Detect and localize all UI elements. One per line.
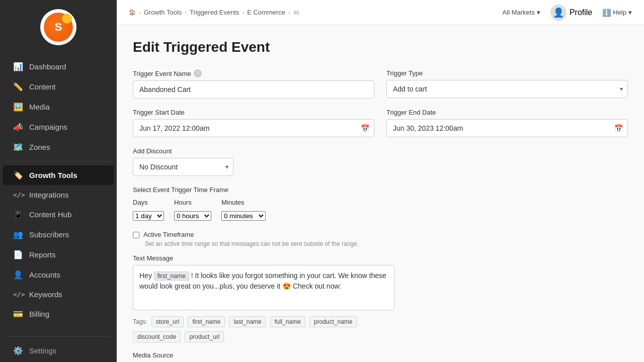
help-icon[interactable]: ? (194, 69, 202, 77)
breadcrumb-separator: › (185, 10, 187, 16)
sidebar-item-label: Reports (29, 250, 56, 259)
tag-product-url[interactable]: product_url (185, 331, 224, 342)
sidebar-bottom: ⚙️ Settings (0, 328, 117, 362)
tag-first-name[interactable]: first_name (188, 316, 225, 327)
header: 🏠 › Growth Tools › Triggered Events › E … (117, 0, 644, 25)
form-row-trigger: Trigger Event Name ? Trigger Type Add to… (133, 69, 628, 99)
text-message-box[interactable]: Hey first_name ! It looks like you forgo… (133, 265, 394, 310)
sidebar-item-label: Zones (29, 143, 50, 151)
breadcrumb-id: 46 (293, 10, 299, 16)
main-content: 🏠 › Growth Tools › Triggered Events › E … (117, 0, 644, 362)
breadcrumb-separator: › (139, 10, 141, 16)
sidebar-item-label: Keywords (29, 290, 62, 299)
logo-sun-icon (62, 14, 72, 24)
dashboard-icon: 📊 (13, 62, 23, 71)
add-discount-group: Add Discount No Discount 10% Off 20% Off… (133, 147, 628, 176)
sidebar-item-reports[interactable]: 📄 Reports (3, 245, 114, 264)
sidebar-item-billing[interactable]: 💳 Billing (3, 304, 114, 324)
start-date-wrapper: 📅 (133, 119, 374, 137)
minutes-select[interactable]: 0 minutes 15 minutes 30 minutes 45 minut… (221, 211, 266, 221)
calendar-icon: 📅 (361, 124, 369, 132)
sidebar-item-zones[interactable]: 🗺️ Zones (3, 137, 114, 157)
sidebar-item-content-hub[interactable]: 📱 Content Hub (3, 205, 114, 224)
days-label: Days (133, 199, 164, 206)
header-right: All Markets ▾ 👤 Profile ℹ️ Help ▾ (503, 5, 632, 21)
breadcrumb-ecommerce[interactable]: E Commerce (247, 9, 285, 16)
days-select[interactable]: 1 day 2 days 3 days 7 days (133, 211, 164, 221)
sidebar-item-settings[interactable]: ⚙️ Settings (3, 341, 114, 360)
profile-area[interactable]: 👤 Profile (550, 5, 592, 21)
first-name-tag-inline: first_name (154, 272, 189, 281)
tag-product-name[interactable]: product_name (309, 316, 357, 327)
sidebar-item-campaigns[interactable]: 📣 Campaigns (3, 117, 114, 137)
sidebar-item-label: Media (29, 103, 50, 111)
hours-select[interactable]: 0 hours 1 hour 2 hours 6 hours 12 hours (174, 211, 211, 221)
sidebar-navigation: 📊 Dashboard ✏️ Content 🖼️ Media 📣 Campai… (0, 52, 117, 328)
trigger-end-date-group: Trigger End Date 📅 (386, 109, 628, 137)
sidebar-item-dashboard[interactable]: 📊 Dashboard (3, 57, 114, 76)
accounts-icon: 👤 (13, 270, 23, 280)
logo-text: S (55, 21, 62, 34)
trigger-end-date-input[interactable] (386, 119, 628, 137)
sidebar-item-label: Content (29, 82, 56, 91)
logo-circle: S (40, 9, 76, 45)
minutes-label: Minutes (221, 199, 266, 206)
sidebar-item-subscribers[interactable]: 👥 Subscribers (3, 225, 114, 244)
home-icon[interactable]: 🏠 (129, 9, 136, 16)
minutes-select-wrapper: 0 minutes 15 minutes 30 minutes 45 minut… (221, 211, 266, 221)
days-group: Days 1 day 2 days 3 days 7 days ▾ (133, 199, 164, 221)
tag-full-name[interactable]: full_name (270, 316, 305, 327)
text-message-label: Text Message (133, 254, 628, 262)
sidebar-item-content[interactable]: ✏️ Content (3, 77, 114, 97)
add-discount-label: Add Discount (133, 147, 628, 155)
sidebar-item-label: Integrations (29, 191, 68, 199)
breadcrumb: 🏠 › Growth Tools › Triggered Events › E … (129, 9, 299, 16)
media-source-section: Media Source Upload image URL Library ▾ (133, 351, 628, 362)
help-circle-icon: ℹ️ (602, 9, 611, 17)
sidebar-item-media[interactable]: 🖼️ Media (3, 97, 114, 117)
breadcrumb-growth-tools[interactable]: Growth Tools (144, 9, 182, 16)
sidebar-item-integrations[interactable]: </> Integrations (3, 186, 114, 204)
media-source-label: Media Source (133, 351, 628, 359)
campaigns-icon: 📣 (13, 122, 23, 132)
help-button[interactable]: ℹ️ Help ▾ (602, 9, 632, 17)
add-discount-select[interactable]: No Discount 10% Off 20% Off Free Shippin… (133, 158, 233, 176)
tag-store-url[interactable]: store_url (151, 316, 184, 327)
trigger-start-date-group: Trigger Start Date 📅 (133, 109, 374, 137)
breadcrumb-separator: › (243, 10, 245, 16)
active-timeframe-checkbox[interactable] (133, 232, 139, 238)
sidebar-item-accounts[interactable]: 👤 Accounts (3, 265, 114, 285)
chevron-down-icon: ▾ (537, 9, 540, 16)
markets-button[interactable]: All Markets ▾ (503, 9, 540, 16)
sidebar-item-keywords[interactable]: </> Keywords (3, 285, 114, 304)
sidebar-item-label: Campaigns (29, 123, 67, 131)
trigger-event-name-label: Trigger Event Name ? (133, 69, 374, 77)
help-label: Help (613, 9, 626, 16)
zones-icon: 🗺️ (13, 142, 23, 152)
trigger-type-label: Trigger Type (386, 69, 628, 77)
active-timeframe-row: Active Timeframe (133, 231, 628, 238)
trigger-type-select[interactable]: Add to cart Purchase View Checkout (386, 80, 628, 98)
settings-label: Settings (29, 346, 56, 355)
logo-inner: S (44, 13, 73, 42)
reports-icon: 📄 (13, 250, 23, 259)
keywords-icon: </> (13, 291, 23, 298)
time-frame-columns: Days 1 day 2 days 3 days 7 days ▾ Hours (133, 199, 628, 221)
breadcrumb-triggered-events[interactable]: Triggered Events (190, 9, 239, 16)
trigger-start-date-label: Trigger Start Date (133, 109, 374, 116)
content-area: Edit Triggered Event Trigger Event Name … (117, 25, 644, 362)
sidebar-item-growth-tools[interactable]: 🏷️ Growth Tools (3, 165, 114, 185)
sidebar-item-label: Subscribers (29, 230, 69, 239)
content-icon: ✏️ (13, 82, 23, 92)
integrations-icon: </> (13, 191, 23, 199)
sidebar-logo: S (0, 0, 117, 52)
sidebar: S 📊 Dashboard ✏️ Content 🖼️ Media 📣 Camp… (0, 0, 117, 362)
minutes-group: Minutes 0 minutes 15 minutes 30 minutes … (221, 199, 266, 221)
tag-last-name[interactable]: last_name (229, 316, 266, 327)
tags-label: Tags: (133, 318, 147, 325)
text-message-prefix: Hey (139, 272, 152, 280)
trigger-start-date-input[interactable] (133, 119, 374, 137)
tag-discount-code[interactable]: discount_code (133, 331, 181, 342)
trigger-event-name-input[interactable] (133, 80, 374, 99)
hours-group: Hours 0 hours 1 hour 2 hours 6 hours 12 … (174, 199, 211, 221)
